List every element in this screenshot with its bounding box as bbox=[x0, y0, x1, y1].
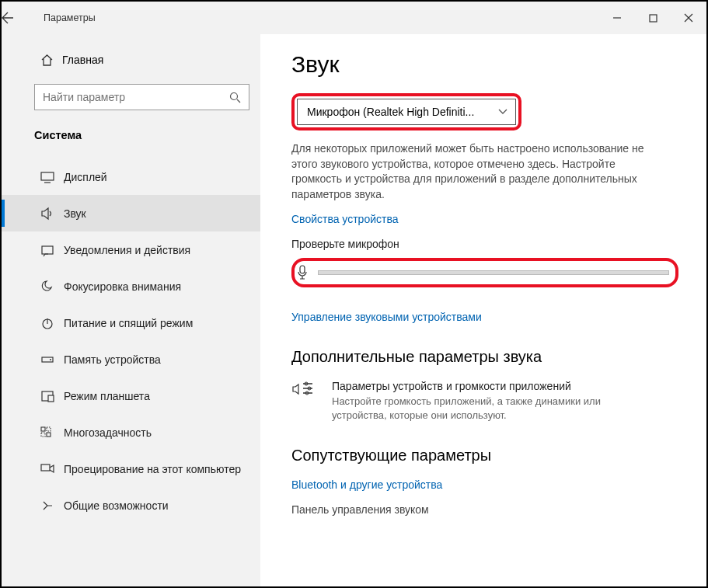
sidebar-item-tablet[interactable]: Режим планшета bbox=[2, 378, 260, 414]
search-icon bbox=[229, 92, 241, 103]
shared-icon bbox=[40, 499, 64, 513]
close-icon bbox=[684, 13, 693, 23]
home-icon bbox=[40, 54, 62, 67]
sidebar-item-label: Уведомления и действия bbox=[64, 244, 190, 256]
mic-level-bar bbox=[318, 270, 669, 275]
content: Звук Микрофон (Realtek High Definiti... … bbox=[260, 34, 706, 586]
input-device-dropdown[interactable]: Микрофон (Realtek High Definiti... bbox=[297, 99, 516, 125]
svg-rect-14 bbox=[300, 266, 305, 273]
maximize-icon bbox=[649, 14, 657, 23]
svg-rect-10 bbox=[47, 427, 51, 431]
highlight-input-device: Микрофон (Realtek High Definiti... bbox=[291, 93, 521, 130]
chevron-down-icon bbox=[498, 109, 507, 115]
minimize-button[interactable] bbox=[599, 2, 635, 34]
related-sound-panel-link[interactable]: Панель управления звуком bbox=[291, 503, 688, 516]
device-properties-link[interactable]: Свойства устройства bbox=[291, 213, 688, 225]
notifications-icon bbox=[40, 243, 64, 257]
search-field[interactable] bbox=[43, 91, 229, 103]
arrow-left-icon bbox=[2, 12, 14, 24]
sidebar-item-label: Проецирование на этот компьютер bbox=[64, 463, 241, 475]
svg-rect-2 bbox=[41, 172, 54, 180]
svg-rect-0 bbox=[650, 15, 657, 22]
multitask-icon bbox=[40, 426, 64, 440]
sidebar-item-storage[interactable]: Память устройства bbox=[2, 341, 260, 378]
sidebar-nav: Дисплей Звук Уведомления и действия Фоку… bbox=[2, 158, 260, 524]
svg-rect-12 bbox=[47, 433, 51, 437]
app-volume-icon bbox=[291, 380, 318, 422]
sidebar-item-notifications[interactable]: Уведомления и действия bbox=[2, 231, 260, 268]
svg-rect-3 bbox=[42, 246, 53, 254]
titlebar: Параметры bbox=[2, 2, 706, 34]
sidebar-item-power[interactable]: Питание и спящий режим bbox=[2, 304, 260, 341]
sidebar-item-shared[interactable]: Общие возможности bbox=[2, 487, 260, 524]
sidebar-item-label: Звук bbox=[64, 207, 86, 220]
related-heading: Сопутствующие параметры bbox=[291, 447, 688, 464]
sidebar-item-label: Режим планшета bbox=[64, 390, 150, 402]
maximize-button[interactable] bbox=[635, 2, 671, 34]
app-volume-desc: Настройте громкость приложений, а также … bbox=[332, 395, 643, 422]
focus-icon bbox=[40, 280, 64, 294]
storage-icon bbox=[40, 353, 64, 367]
sidebar-item-sound[interactable]: Звук bbox=[2, 195, 260, 231]
sidebar-item-focus[interactable]: Фокусировка внимания bbox=[2, 268, 260, 304]
manage-devices-link[interactable]: Управление звуковыми устройствами bbox=[291, 311, 688, 323]
test-mic-label: Проверьте микрофон bbox=[291, 238, 688, 250]
svg-rect-8 bbox=[48, 395, 54, 402]
advanced-heading: Дополнительные параметры звука bbox=[291, 348, 688, 366]
sidebar-item-label: Многозадачность bbox=[64, 426, 152, 439]
project-icon bbox=[40, 462, 64, 476]
sidebar-home-label: Главная bbox=[62, 54, 103, 66]
highlight-mic-test bbox=[291, 258, 678, 287]
window-title: Параметры bbox=[37, 12, 96, 23]
sidebar-item-label: Память устройства bbox=[64, 353, 161, 366]
page-heading: Звук bbox=[291, 51, 688, 78]
tablet-icon bbox=[40, 389, 64, 403]
sidebar-category: Система bbox=[2, 115, 260, 152]
input-device-value: Микрофон (Realtek High Definiti... bbox=[307, 106, 474, 118]
sidebar-item-label: Дисплей bbox=[64, 171, 107, 183]
svg-rect-9 bbox=[41, 427, 45, 431]
input-device-note: Для некоторых приложений может быть наст… bbox=[291, 141, 664, 202]
back-button[interactable] bbox=[2, 12, 37, 24]
close-button[interactable] bbox=[671, 2, 706, 34]
sidebar-item-display[interactable]: Дисплей bbox=[2, 158, 260, 195]
mic-test-bar bbox=[296, 263, 669, 283]
display-icon bbox=[40, 170, 64, 184]
minimize-icon bbox=[612, 13, 622, 23]
sidebar-item-multitask[interactable]: Многозадачность bbox=[2, 414, 260, 451]
sidebar-item-project[interactable]: Проецирование на этот компьютер bbox=[2, 451, 260, 487]
microphone-icon bbox=[296, 265, 318, 280]
sidebar-home[interactable]: Главная bbox=[2, 43, 260, 76]
sidebar-item-label: Общие возможности bbox=[64, 499, 169, 512]
svg-rect-11 bbox=[41, 433, 45, 437]
search-input[interactable] bbox=[34, 84, 249, 110]
svg-point-6 bbox=[50, 359, 51, 360]
sound-icon bbox=[40, 207, 64, 221]
sidebar-item-label: Фокусировка внимания bbox=[64, 280, 181, 293]
svg-point-1 bbox=[231, 92, 238, 99]
app-volume-title: Параметры устройств и громкости приложен… bbox=[332, 380, 643, 392]
related-bluetooth-link[interactable]: Bluetooth и другие устройства bbox=[291, 478, 688, 491]
sidebar: Главная Система Дисплей Звук Уведомле bbox=[2, 34, 260, 586]
power-icon bbox=[40, 316, 64, 330]
svg-rect-13 bbox=[41, 464, 50, 471]
sidebar-item-label: Питание и спящий режим bbox=[64, 317, 193, 329]
app-volume-row[interactable]: Параметры устройств и громкости приложен… bbox=[291, 380, 688, 422]
